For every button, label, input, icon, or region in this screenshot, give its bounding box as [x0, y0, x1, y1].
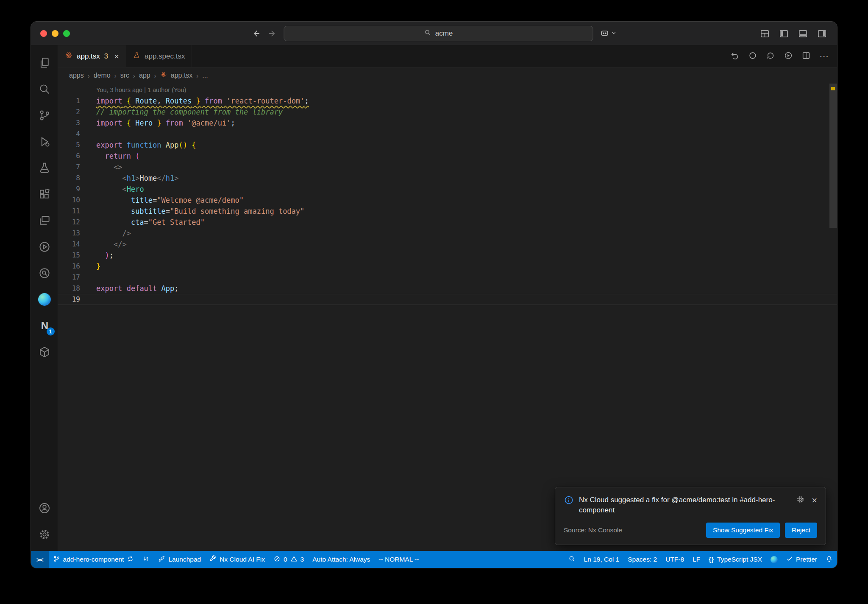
wrench-icon	[209, 555, 217, 564]
notifications-bell-item[interactable]	[821, 551, 837, 568]
breadcrumb-item[interactable]: apps	[69, 72, 84, 79]
split-editor-icon[interactable]	[801, 51, 811, 62]
toggle-primary-sidebar-icon[interactable]	[779, 29, 789, 39]
code-line-18[interactable]: 18export default App;	[58, 283, 837, 294]
code-line-7[interactable]: 7 <>	[58, 162, 837, 173]
notification-close-icon[interactable]: ×	[812, 496, 817, 505]
close-tab-icon[interactable]: ×	[114, 52, 119, 61]
code-line-4[interactable]: 4	[58, 129, 837, 140]
code-line-13[interactable]: 13 />	[58, 228, 837, 239]
launchpad-item[interactable]: Launchpad	[154, 551, 205, 568]
history-back-button[interactable]	[252, 29, 261, 38]
tab-bar: app.tsx 3 × app.spec.tsx	[58, 45, 837, 67]
code-line-9[interactable]: 9 <Hero	[58, 184, 837, 195]
code-line-15[interactable]: 15 );	[58, 250, 837, 261]
line-content: <h1>Home</h1>	[80, 173, 179, 184]
line-content: );	[80, 250, 114, 261]
code-line-10[interactable]: 10 title="Welcmoe @acme/demo"	[58, 195, 837, 206]
command-center-search[interactable]: acme	[284, 26, 593, 41]
show-suggested-fix-button[interactable]: Show Suggested Fix	[706, 523, 780, 538]
code-line-14[interactable]: 14 </>	[58, 239, 837, 250]
zoom-window-button[interactable]	[63, 30, 70, 37]
minimize-window-button[interactable]	[52, 30, 58, 37]
breadcrumb-item[interactable]: app.tsx	[171, 72, 193, 79]
indentation-item[interactable]: Spaces: 2	[623, 551, 661, 568]
line-content: import { Route, Routes } from 'react-rou…	[80, 95, 309, 106]
code-line-1[interactable]: 1import { Route, Routes } from 'react-ro…	[58, 95, 837, 106]
nx-cloud-ai-fix-item[interactable]: Nx Cloud AI Fix	[205, 551, 269, 568]
eol-item[interactable]: LF	[688, 551, 704, 568]
cursor-position-item[interactable]: Ln 19, Col 1	[580, 551, 624, 568]
extensions-icon[interactable]	[31, 181, 58, 207]
nx-cloud-ai-fix-label: Nx Cloud AI Fix	[220, 556, 265, 563]
info-icon	[564, 495, 574, 507]
customize-layout-icon[interactable]	[760, 29, 770, 39]
code-line-6[interactable]: 6 return (	[58, 151, 837, 162]
formatter-item[interactable]: Prettier	[782, 551, 821, 568]
discard-changes-icon[interactable]	[730, 51, 740, 62]
toggle-annotation-icon[interactable]	[748, 51, 757, 62]
vim-mode-item[interactable]: -- NORMAL --	[374, 551, 423, 568]
encoding-item[interactable]: UTF-8	[661, 551, 688, 568]
history-forward-button[interactable]	[268, 29, 277, 38]
editor[interactable]: You, 3 hours ago | 1 author (You) 1impor…	[58, 84, 837, 551]
search-icon[interactable]	[31, 76, 58, 102]
branch-item[interactable]: add-hero-component	[49, 551, 139, 568]
vscode-window: acme	[31, 21, 837, 568]
tab-app-spec-tsx[interactable]: app.spec.tsx	[126, 45, 192, 67]
line-content: }	[80, 261, 100, 272]
compare-changes-item[interactable]	[138, 551, 154, 568]
language-mode-item[interactable]: {} TypeScript JSX	[704, 551, 766, 568]
tab-app-tsx[interactable]: app.tsx 3 ×	[58, 45, 126, 67]
edge-browser-icon[interactable]	[31, 286, 58, 313]
blame-annotation[interactable]: You, 3 hours ago | 1 author (You)	[58, 84, 837, 95]
code-line-3[interactable]: 3import { Hero } from '@acme/ui';	[58, 117, 837, 129]
inspect-icon[interactable]	[31, 260, 58, 286]
code-line-16[interactable]: 16}	[58, 261, 837, 272]
line-number: 19	[58, 294, 80, 305]
editor-scrollbar[interactable]	[829, 84, 837, 228]
package-icon[interactable]	[31, 339, 58, 365]
more-actions-icon[interactable]: ⋯	[819, 51, 829, 62]
run-file-icon[interactable]	[784, 51, 793, 62]
window-controls	[40, 30, 70, 37]
breadcrumb-item[interactable]: src	[120, 72, 129, 79]
testing-icon[interactable]	[31, 155, 58, 181]
auto-attach-item[interactable]: Auto Attach: Always	[308, 551, 374, 568]
run-debug-icon[interactable]	[31, 129, 58, 155]
explorer-icon[interactable]	[31, 50, 58, 76]
activity-bar: N 1	[31, 45, 58, 551]
rerun-icon[interactable]	[766, 51, 775, 62]
problems-item[interactable]: 0 3	[269, 551, 308, 568]
code-line-12[interactable]: 12 cta="Get Started"	[58, 217, 837, 228]
account-icon[interactable]	[31, 495, 58, 521]
line-number: 15	[58, 250, 80, 261]
warning-squiggle: import { Route, Routes } from 'react-rou…	[96, 97, 309, 105]
settings-gear-icon[interactable]	[31, 521, 58, 548]
magnifier-icon	[568, 555, 576, 564]
windows-icon[interactable]	[31, 207, 58, 234]
code-line-19[interactable]: 19	[58, 294, 837, 305]
code-line-2[interactable]: 2// importing the component from the lib…	[58, 106, 837, 117]
zoom-item[interactable]	[564, 551, 580, 568]
breadcrumb-item[interactable]: ...	[202, 72, 208, 79]
breadcrumb-item[interactable]: app	[139, 72, 150, 79]
source-control-icon[interactable]	[31, 102, 58, 129]
play-circle-icon[interactable]	[31, 234, 58, 260]
line-number: 6	[58, 151, 80, 162]
code-line-8[interactable]: 8 <h1>Home</h1>	[58, 173, 837, 184]
remote-indicator[interactable]: ><	[31, 551, 49, 568]
code-line-11[interactable]: 11 subtitle="Build something amazing tod…	[58, 206, 837, 217]
reject-button[interactable]: Reject	[785, 523, 817, 538]
browser-debug-item[interactable]	[766, 551, 782, 568]
nx-icon[interactable]: N 1	[31, 313, 58, 339]
close-window-button[interactable]	[40, 30, 47, 37]
code-line-17[interactable]: 17	[58, 272, 837, 283]
notification-settings-icon[interactable]	[796, 495, 805, 506]
code-line-5[interactable]: 5export function App() {	[58, 140, 837, 151]
copilot-menu-button[interactable]	[600, 28, 617, 39]
breadcrumb-item[interactable]: demo	[94, 72, 111, 79]
toggle-panel-icon[interactable]	[798, 29, 808, 39]
copilot-icon	[600, 28, 609, 39]
toggle-secondary-sidebar-icon[interactable]	[817, 29, 827, 39]
